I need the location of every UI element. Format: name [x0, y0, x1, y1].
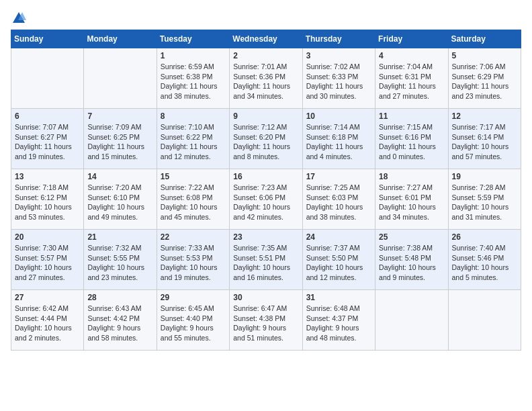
- day-number: 6: [15, 111, 80, 121]
- calendar-cell: 23Sunrise: 7:35 AM Sunset: 5:51 PM Dayli…: [230, 230, 302, 290]
- weekday-header-tuesday: Tuesday: [157, 30, 229, 48]
- day-info: Sunrise: 7:37 AM Sunset: 5:50 PM Dayligh…: [306, 243, 371, 283]
- day-info: Sunrise: 7:01 AM Sunset: 6:36 PM Dayligh…: [233, 62, 298, 101]
- day-number: 18: [379, 172, 444, 181]
- day-info: Sunrise: 7:30 AM Sunset: 5:57 PM Dayligh…: [15, 243, 80, 283]
- day-number: 10: [306, 111, 371, 121]
- weekday-row: SundayMondayTuesdayWednesdayThursdayFrid…: [11, 30, 521, 48]
- calendar-week-3: 20Sunrise: 7:30 AM Sunset: 5:57 PM Dayli…: [11, 230, 521, 290]
- calendar-week-1: 6Sunrise: 7:07 AM Sunset: 6:27 PM Daylig…: [11, 109, 521, 169]
- calendar-cell: 26Sunrise: 7:40 AM Sunset: 5:46 PM Dayli…: [448, 230, 521, 290]
- calendar-body: 1Sunrise: 6:59 AM Sunset: 6:38 PM Daylig…: [11, 48, 521, 351]
- calendar-cell: 16Sunrise: 7:23 AM Sunset: 6:06 PM Dayli…: [230, 169, 302, 230]
- calendar-cell: 25Sunrise: 7:38 AM Sunset: 5:48 PM Dayli…: [375, 230, 448, 290]
- day-number: 14: [87, 172, 152, 181]
- day-info: Sunrise: 6:47 AM Sunset: 4:38 PM Dayligh…: [233, 304, 298, 343]
- day-number: 7: [87, 111, 152, 121]
- day-number: 19: [452, 172, 517, 181]
- day-number: 13: [15, 172, 80, 181]
- calendar-week-4: 27Sunrise: 6:42 AM Sunset: 4:44 PM Dayli…: [11, 290, 521, 351]
- calendar-cell: [11, 48, 84, 109]
- day-number: 15: [161, 172, 226, 181]
- calendar-cell: 19Sunrise: 7:28 AM Sunset: 5:59 PM Dayli…: [448, 169, 521, 230]
- calendar-cell: 22Sunrise: 7:33 AM Sunset: 5:53 PM Dayli…: [157, 230, 229, 290]
- day-number: 31: [306, 293, 371, 302]
- calendar-cell: 21Sunrise: 7:32 AM Sunset: 5:55 PM Dayli…: [84, 230, 157, 290]
- calendar-cell: 4Sunrise: 7:04 AM Sunset: 6:31 PM Daylig…: [375, 48, 448, 109]
- day-info: Sunrise: 7:27 AM Sunset: 6:01 PM Dayligh…: [379, 183, 444, 222]
- day-number: 22: [161, 232, 226, 242]
- calendar-cell: 18Sunrise: 7:27 AM Sunset: 6:01 PM Dayli…: [375, 169, 448, 230]
- day-number: 5: [452, 51, 517, 60]
- calendar-week-2: 13Sunrise: 7:18 AM Sunset: 6:12 PM Dayli…: [11, 169, 521, 230]
- day-info: Sunrise: 7:09 AM Sunset: 6:25 PM Dayligh…: [87, 122, 152, 162]
- day-number: 23: [233, 232, 298, 242]
- day-number: 24: [306, 232, 371, 242]
- calendar-cell: 8Sunrise: 7:10 AM Sunset: 6:22 PM Daylig…: [157, 109, 229, 169]
- day-info: Sunrise: 7:14 AM Sunset: 6:18 PM Dayligh…: [306, 122, 371, 162]
- day-info: Sunrise: 7:23 AM Sunset: 6:06 PM Dayligh…: [233, 183, 298, 222]
- day-info: Sunrise: 6:59 AM Sunset: 6:38 PM Dayligh…: [161, 62, 226, 101]
- calendar-table: SundayMondayTuesdayWednesdayThursdayFrid…: [11, 30, 521, 351]
- calendar-cell: 7Sunrise: 7:09 AM Sunset: 6:25 PM Daylig…: [84, 109, 157, 169]
- weekday-header-friday: Friday: [375, 30, 448, 48]
- day-number: 3: [306, 51, 371, 60]
- day-info: Sunrise: 7:38 AM Sunset: 5:48 PM Dayligh…: [379, 243, 444, 283]
- day-info: Sunrise: 7:25 AM Sunset: 6:03 PM Dayligh…: [306, 183, 371, 222]
- weekday-header-wednesday: Wednesday: [230, 30, 302, 48]
- day-info: Sunrise: 7:18 AM Sunset: 6:12 PM Dayligh…: [15, 183, 80, 222]
- day-info: Sunrise: 7:32 AM Sunset: 5:55 PM Dayligh…: [87, 243, 152, 283]
- day-number: 2: [233, 51, 298, 60]
- calendar-cell: [84, 48, 157, 109]
- calendar-cell: 1Sunrise: 6:59 AM Sunset: 6:38 PM Daylig…: [157, 48, 229, 109]
- calendar-cell: 31Sunrise: 6:48 AM Sunset: 4:37 PM Dayli…: [302, 290, 375, 351]
- day-number: 9: [233, 111, 298, 121]
- calendar-cell: [375, 290, 448, 351]
- calendar-cell: 9Sunrise: 7:12 AM Sunset: 6:20 PM Daylig…: [230, 109, 302, 169]
- day-info: Sunrise: 7:22 AM Sunset: 6:08 PM Dayligh…: [161, 183, 226, 222]
- logo: [11, 11, 27, 23]
- day-info: Sunrise: 7:10 AM Sunset: 6:22 PM Dayligh…: [161, 122, 226, 162]
- day-number: 16: [233, 172, 298, 181]
- calendar-cell: 17Sunrise: 7:25 AM Sunset: 6:03 PM Dayli…: [302, 169, 375, 230]
- day-number: 30: [233, 293, 298, 302]
- calendar-cell: 30Sunrise: 6:47 AM Sunset: 4:38 PM Dayli…: [230, 290, 302, 351]
- calendar-cell: 10Sunrise: 7:14 AM Sunset: 6:18 PM Dayli…: [302, 109, 375, 169]
- calendar-cell: 29Sunrise: 6:45 AM Sunset: 4:40 PM Dayli…: [157, 290, 229, 351]
- calendar-cell: 28Sunrise: 6:43 AM Sunset: 4:42 PM Dayli…: [84, 290, 157, 351]
- weekday-header-sunday: Sunday: [11, 30, 84, 48]
- day-info: Sunrise: 7:40 AM Sunset: 5:46 PM Dayligh…: [452, 243, 517, 283]
- day-info: Sunrise: 7:07 AM Sunset: 6:27 PM Dayligh…: [15, 122, 80, 162]
- day-info: Sunrise: 7:02 AM Sunset: 6:33 PM Dayligh…: [306, 62, 371, 101]
- day-number: 20: [15, 232, 80, 242]
- calendar-cell: 5Sunrise: 7:06 AM Sunset: 6:29 PM Daylig…: [448, 48, 521, 109]
- day-info: Sunrise: 7:06 AM Sunset: 6:29 PM Dayligh…: [452, 62, 517, 101]
- calendar-cell: 15Sunrise: 7:22 AM Sunset: 6:08 PM Dayli…: [157, 169, 229, 230]
- day-number: 12: [452, 111, 517, 121]
- calendar-cell: 13Sunrise: 7:18 AM Sunset: 6:12 PM Dayli…: [11, 169, 84, 230]
- calendar-cell: 24Sunrise: 7:37 AM Sunset: 5:50 PM Dayli…: [302, 230, 375, 290]
- day-info: Sunrise: 6:42 AM Sunset: 4:44 PM Dayligh…: [15, 304, 80, 343]
- calendar-cell: [448, 290, 521, 351]
- day-info: Sunrise: 7:33 AM Sunset: 5:53 PM Dayligh…: [161, 243, 226, 283]
- calendar-header: SundayMondayTuesdayWednesdayThursdayFrid…: [11, 30, 521, 48]
- day-info: Sunrise: 7:28 AM Sunset: 5:59 PM Dayligh…: [452, 183, 517, 222]
- day-number: 8: [161, 111, 226, 121]
- day-number: 26: [452, 232, 517, 242]
- day-info: Sunrise: 7:12 AM Sunset: 6:20 PM Dayligh…: [233, 122, 298, 162]
- calendar-cell: 27Sunrise: 6:42 AM Sunset: 4:44 PM Dayli…: [11, 290, 84, 351]
- day-info: Sunrise: 6:43 AM Sunset: 4:42 PM Dayligh…: [87, 304, 152, 343]
- day-number: 11: [379, 111, 444, 121]
- day-info: Sunrise: 7:15 AM Sunset: 6:16 PM Dayligh…: [379, 122, 444, 162]
- calendar-cell: 11Sunrise: 7:15 AM Sunset: 6:16 PM Dayli…: [375, 109, 448, 169]
- day-info: Sunrise: 7:04 AM Sunset: 6:31 PM Dayligh…: [379, 62, 444, 101]
- day-info: Sunrise: 6:48 AM Sunset: 4:37 PM Dayligh…: [306, 304, 371, 343]
- day-info: Sunrise: 7:35 AM Sunset: 5:51 PM Dayligh…: [233, 243, 298, 283]
- day-number: 29: [161, 293, 226, 302]
- day-number: 1: [161, 51, 226, 60]
- day-number: 4: [379, 51, 444, 60]
- logo-icon: [11, 11, 26, 26]
- weekday-header-monday: Monday: [84, 30, 157, 48]
- day-info: Sunrise: 7:17 AM Sunset: 6:14 PM Dayligh…: [452, 122, 517, 162]
- calendar-cell: 14Sunrise: 7:20 AM Sunset: 6:10 PM Dayli…: [84, 169, 157, 230]
